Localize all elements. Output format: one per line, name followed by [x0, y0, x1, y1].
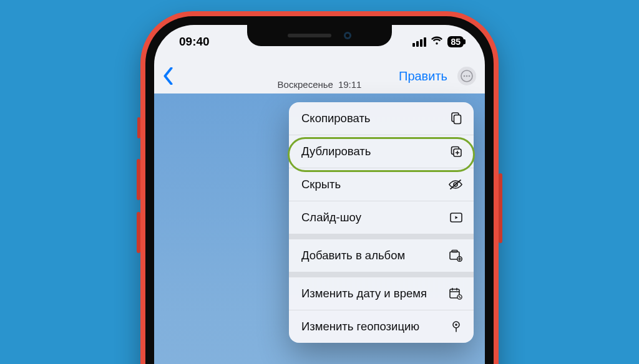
nav-day: Воскресенье [278, 79, 333, 90]
power-button[interactable] [499, 173, 502, 243]
album-add-icon [448, 249, 463, 262]
svg-point-20 [455, 323, 457, 326]
wifi-icon [431, 35, 443, 49]
menu-item-change-date[interactable]: Изменить дату и время [289, 277, 474, 310]
context-menu: Скопировать Дублировать Скрыть [289, 102, 474, 343]
notch [247, 25, 392, 46]
speaker-grille [288, 34, 331, 37]
menu-item-label: Скопировать [301, 112, 371, 125]
cellular-signal-icon [412, 37, 426, 47]
nav-bar: Воскресенье 19:11 Править [154, 59, 485, 93]
phone-bezel: 09:40 85 [145, 16, 494, 364]
play-icon [449, 211, 463, 224]
ellipsis-icon [461, 70, 473, 82]
svg-rect-5 [454, 115, 461, 124]
copy-icon [449, 112, 463, 125]
menu-item-label: Дублировать [301, 145, 371, 158]
menu-item-copy[interactable]: Скопировать [289, 102, 474, 135]
front-camera [344, 32, 351, 39]
menu-separator [289, 272, 474, 277]
menu-item-label: Изменить геопозицию [301, 320, 419, 333]
menu-item-label: Слайд-шоу [301, 211, 361, 224]
status-right: 85 [412, 35, 464, 49]
battery-indicator: 85 [447, 36, 464, 47]
back-button[interactable] [163, 67, 190, 85]
duplicate-icon [449, 145, 463, 158]
menu-item-slideshow[interactable]: Слайд-шоу [289, 201, 474, 234]
menu-separator [289, 234, 474, 239]
menu-item-add-to-album[interactable]: Добавить в альбом [289, 239, 474, 272]
svg-rect-12 [452, 251, 457, 252]
chevron-left-icon [163, 67, 173, 85]
more-button[interactable] [457, 67, 476, 85]
battery-level: 85 [451, 37, 461, 47]
menu-item-label: Изменить дату и время [301, 287, 427, 300]
nav-time: 19:11 [338, 79, 362, 90]
location-pin-icon [449, 320, 463, 333]
phone-frame: 09:40 85 [140, 11, 499, 364]
menu-item-hide[interactable]: Скрыть [289, 168, 474, 201]
svg-point-1 [464, 75, 466, 77]
calendar-edit-icon [448, 287, 463, 300]
mute-switch[interactable] [137, 117, 140, 138]
svg-point-3 [469, 75, 471, 77]
menu-item-label: Скрыть [301, 178, 341, 191]
menu-item-duplicate[interactable]: Дублировать [289, 135, 474, 168]
screen: 09:40 85 [154, 25, 485, 364]
menu-item-label: Добавить в альбом [301, 249, 405, 262]
volume-up-button[interactable] [137, 159, 140, 200]
hide-icon [448, 178, 463, 191]
svg-point-2 [466, 75, 468, 77]
edit-button[interactable]: Править [399, 69, 447, 84]
menu-item-change-location[interactable]: Изменить геопозицию [289, 310, 474, 343]
status-time: 09:40 [179, 35, 210, 49]
volume-down-button[interactable] [137, 212, 140, 253]
